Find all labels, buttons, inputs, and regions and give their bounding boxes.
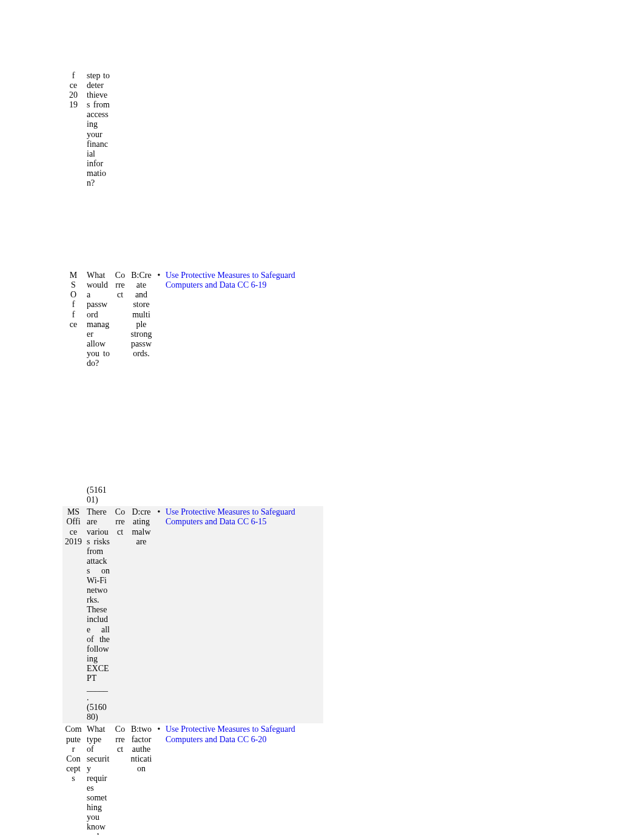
question-table: f ce 20 19 step to deter thieves from ac… bbox=[62, 70, 323, 835]
source-text: Computer Concepts bbox=[65, 725, 81, 782]
answer-text: D:creating malware bbox=[132, 507, 150, 546]
status-cell bbox=[112, 70, 128, 189]
bullet-icon: • bbox=[158, 725, 161, 734]
bullet-cell bbox=[155, 70, 163, 189]
source-cell: Computer Concepts bbox=[62, 723, 84, 835]
status-text: Correct bbox=[115, 271, 125, 299]
source-cell: MSOffice 2019 bbox=[62, 506, 84, 723]
source-cell: M S O f f ce bbox=[62, 269, 84, 506]
source-cell: f ce 20 19 bbox=[62, 70, 84, 189]
question-text: What type of security requires something… bbox=[87, 725, 109, 835]
link-cell: Use Protective Measures to Safeguard Com… bbox=[163, 269, 323, 506]
bullet-cell: • bbox=[155, 723, 163, 835]
status-cell: Correct bbox=[112, 506, 128, 723]
table-row: M S O f f ce What would a password manag… bbox=[62, 269, 323, 506]
source-text: M S O f f ce bbox=[70, 271, 77, 328]
link-cell: Use Protective Measures to Safeguard Com… bbox=[163, 723, 323, 835]
reference-link[interactable]: Use Protective Measures to Safeguard Com… bbox=[166, 507, 295, 526]
reference-link[interactable]: Use Protective Measures to Safeguard Com… bbox=[166, 271, 295, 289]
question-cell: What type of security requires something… bbox=[84, 723, 112, 835]
link-cell bbox=[163, 70, 323, 189]
link-cell: Use Protective Measures to Safeguard Com… bbox=[163, 506, 323, 723]
bullet-icon: • bbox=[158, 507, 161, 516]
answer-cell: B:Create and store multiple strong passw… bbox=[128, 269, 155, 506]
answer-cell: D:creating malware bbox=[128, 506, 155, 723]
reference-link[interactable]: Use Protective Measures to Safeguard Com… bbox=[166, 725, 295, 743]
table-row: MSOffice 2019 There are various risks fr… bbox=[62, 506, 323, 723]
question-number: (516080) bbox=[87, 703, 107, 722]
status-cell: Correct bbox=[112, 269, 128, 506]
status-cell: Correct bbox=[112, 723, 128, 835]
question-text: What would a password manager allow you … bbox=[87, 271, 110, 368]
question-cell: There are various risks from attacks on … bbox=[84, 506, 112, 723]
question-cell: What would a password manager allow you … bbox=[84, 269, 112, 506]
source-text: f ce 20 19 bbox=[69, 71, 78, 109]
question-text: There are various risks from attacks on … bbox=[87, 507, 110, 702]
question-number: (516101) bbox=[87, 485, 107, 504]
status-text: Correct bbox=[115, 507, 125, 536]
table-row: f ce 20 19 step to deter thieves from ac… bbox=[62, 70, 323, 189]
answer-cell bbox=[128, 70, 155, 189]
status-text: Correct bbox=[115, 725, 125, 753]
answer-text: B:two factor authentication bbox=[131, 725, 152, 772]
bullet-cell: • bbox=[155, 269, 163, 506]
bullet-icon: • bbox=[158, 271, 161, 280]
answer-cell: B:two factor authentication bbox=[128, 723, 155, 835]
answer-text: B:Create and store multiple strong passw… bbox=[131, 271, 152, 358]
question-cell: step to deter thieves from accessing you… bbox=[84, 70, 112, 189]
question-text: step to deter thieves from accessing you… bbox=[87, 71, 110, 188]
source-text: MSOffice 2019 bbox=[65, 507, 82, 546]
bullet-cell: • bbox=[155, 506, 163, 723]
table-row: Computer Concepts What type of security … bbox=[62, 723, 323, 835]
